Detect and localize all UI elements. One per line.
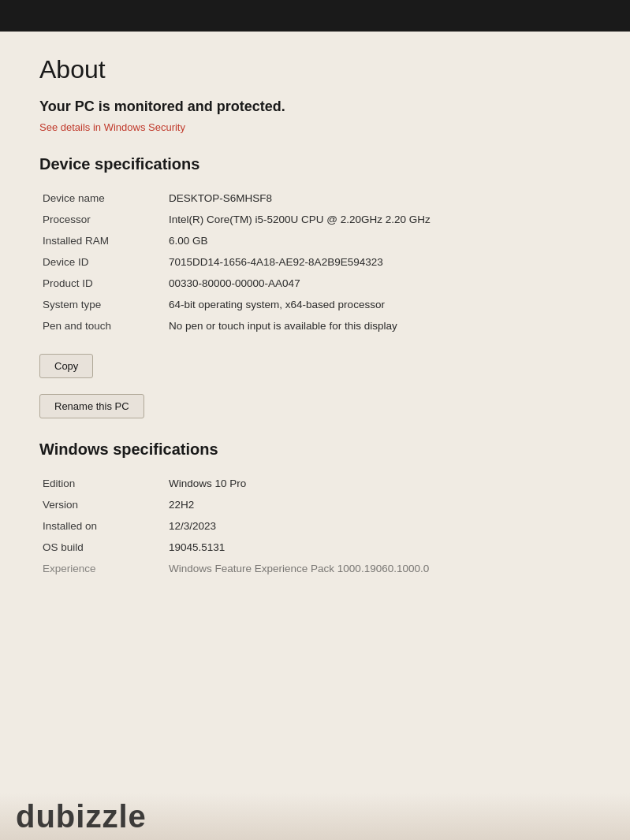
spec-value: 00330-80000-00000-AA047 <box>166 273 591 294</box>
spec-value: 22H2 <box>166 494 591 515</box>
table-row: Installed RAM 6.00 GB <box>39 230 591 251</box>
spec-label: Pen and touch <box>39 315 166 336</box>
top-bar <box>0 0 630 32</box>
spec-label: Installed on <box>39 515 166 537</box>
spec-value: No pen or touch input is available for t… <box>166 315 591 336</box>
copy-button[interactable]: Copy <box>39 354 93 378</box>
watermark-text: dubizzle <box>0 801 147 832</box>
table-row: Product ID 00330-80000-00000-AA047 <box>39 273 591 294</box>
table-row: Experience Windows Feature Experience Pa… <box>39 558 591 579</box>
table-row: Version 22H2 <box>39 494 591 515</box>
spec-label: Processor <box>39 209 166 230</box>
spec-label: Device ID <box>39 251 166 273</box>
spec-value: DESKTOP-S6MHSF8 <box>166 188 591 209</box>
page-title: About <box>39 55 591 84</box>
watermark: dubizzle <box>0 801 630 832</box>
spec-value: 7015DD14-1656-4A18-AE92-8A2B9E594323 <box>166 251 591 273</box>
buttons-row: Copy Rename this PC <box>39 346 591 418</box>
spec-label: Experience <box>39 558 166 579</box>
spec-label: Installed RAM <box>39 230 166 251</box>
spec-label: Device name <box>39 188 166 209</box>
device-specs-table: Device name DESKTOP-S6MHSF8 Processor In… <box>39 188 591 336</box>
windows-specs-table: Edition Windows 10 Pro Version 22H2 Inst… <box>39 473 591 579</box>
protected-status-text: Your PC is monitored and protected. <box>39 98 591 115</box>
security-link[interactable]: See details in Windows Security <box>39 121 591 133</box>
spec-value: 12/3/2023 <box>166 515 591 537</box>
table-row: Device ID 7015DD14-1656-4A18-AE92-8A2B9E… <box>39 251 591 273</box>
table-row: Installed on 12/3/2023 <box>39 515 591 537</box>
spec-label: System type <box>39 294 166 315</box>
spec-label: OS build <box>39 537 166 558</box>
spec-label: Product ID <box>39 273 166 294</box>
table-row: Pen and touch No pen or touch input is a… <box>39 315 591 336</box>
spec-value: Windows Feature Experience Pack 1000.190… <box>166 558 591 579</box>
table-row: Device name DESKTOP-S6MHSF8 <box>39 188 591 209</box>
spec-label: Edition <box>39 473 166 494</box>
table-row: System type 64-bit operating system, x64… <box>39 294 591 315</box>
spec-value: Intel(R) Core(TM) i5-5200U CPU @ 2.20GHz… <box>166 209 591 230</box>
table-row: Processor Intel(R) Core(TM) i5-5200U CPU… <box>39 209 591 230</box>
table-row: OS build 19045.5131 <box>39 537 591 558</box>
main-content: About Your PC is monitored and protected… <box>0 32 630 840</box>
device-specs-title: Device specifications <box>39 155 591 173</box>
table-row: Edition Windows 10 Pro <box>39 473 591 494</box>
spec-value: 19045.5131 <box>166 537 591 558</box>
rename-pc-button[interactable]: Rename this PC <box>39 394 144 418</box>
spec-value: 6.00 GB <box>166 230 591 251</box>
spec-value: Windows 10 Pro <box>166 473 591 494</box>
spec-value: 64-bit operating system, x64-based proce… <box>166 294 591 315</box>
windows-specs-title: Windows specifications <box>39 440 591 459</box>
spec-label: Version <box>39 494 166 515</box>
